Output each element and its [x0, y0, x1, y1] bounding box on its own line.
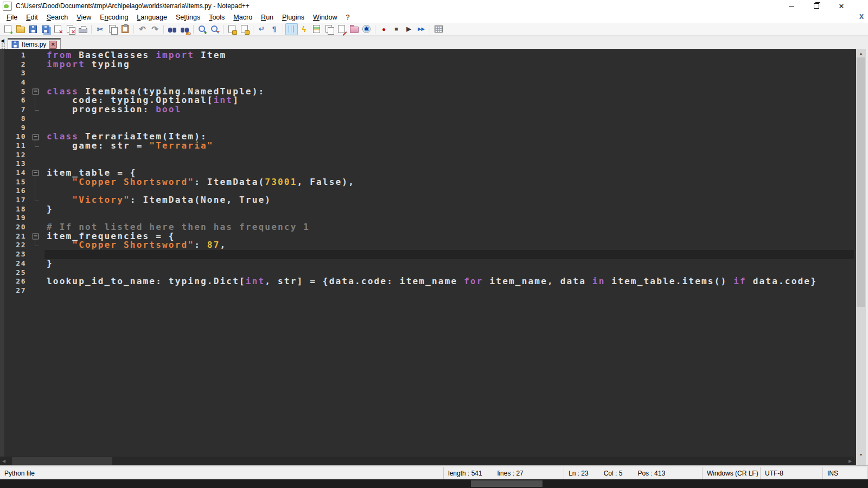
code-line-18[interactable]: 18} [4, 205, 854, 214]
sync-horizontal-scrolling-button[interactable] [238, 23, 251, 35]
code-text[interactable]: } [44, 205, 854, 214]
macro-save-button[interactable] [432, 23, 445, 35]
code-line-15[interactable]: 15 "Copper Shortsword": ItemData(73001, … [4, 178, 854, 187]
code-text[interactable] [44, 69, 854, 78]
fold-collapse-icon[interactable] [33, 134, 39, 140]
code-line-8[interactable]: 8 [4, 114, 854, 124]
code-text[interactable] [44, 151, 854, 160]
code-line-7[interactable]: 7 progression: bool [4, 105, 854, 114]
paste-button[interactable] [119, 23, 131, 35]
code-text[interactable]: "Copper Shortsword": 87, [44, 241, 854, 250]
code-text[interactable] [44, 159, 854, 169]
macro-stop-button[interactable]: ■ [390, 23, 403, 35]
menu-language[interactable]: Language [132, 12, 171, 22]
code-line-23[interactable]: 23 [4, 250, 854, 259]
code-text[interactable]: game: str = "Terraria" [44, 142, 854, 151]
code-line-17[interactable]: 17 "Victory": ItemData(None, True) [4, 196, 854, 205]
find-button[interactable] [166, 23, 178, 35]
minimize-button[interactable] [779, 0, 804, 12]
new-file-button[interactable]: + [2, 23, 14, 35]
fold-margin-start[interactable] [28, 232, 44, 241]
code-text[interactable]: from BaseClasses import Item [44, 51, 854, 60]
macro-record-button[interactable]: ● [378, 23, 390, 35]
ab-badge-icon: ab [186, 31, 191, 36]
indent-guide-button[interactable] [285, 23, 298, 35]
print-button[interactable] [76, 23, 89, 35]
code-line-24[interactable]: 24} [4, 259, 854, 268]
code-text[interactable]: lookup_id_to_name: typing.Dict[int, str]… [44, 277, 854, 286]
code-text[interactable]: } [44, 259, 854, 268]
copy-button[interactable] [106, 23, 119, 35]
code-line-12[interactable]: 12 [4, 151, 854, 160]
open-file-button[interactable] [14, 23, 27, 35]
macro-run-multiple-button[interactable]: ▶▶ [415, 23, 427, 35]
close-all-button[interactable]: ✕ [64, 23, 76, 35]
code-line-1[interactable]: 1from BaseClasses import Item [4, 51, 854, 60]
scroll-left-icon[interactable]: ◀ [0, 457, 8, 465]
code-line-3[interactable]: 3 [4, 69, 854, 78]
define-language-button[interactable] [335, 23, 348, 35]
undo-button[interactable]: ↶ [136, 23, 149, 35]
document-close-icon[interactable]: X [859, 13, 864, 21]
restore-button[interactable] [804, 0, 829, 12]
macro-playback-button[interactable]: ▶ [403, 23, 415, 35]
scroll-up-icon[interactable]: ▲ [856, 49, 866, 57]
word-wrap-button[interactable]: ↵ [256, 23, 268, 35]
code-text[interactable] [44, 286, 854, 296]
fold-margin-start[interactable] [28, 169, 44, 178]
save-file-button[interactable] [27, 23, 39, 35]
save-all-button[interactable] [39, 23, 52, 35]
document-map-button[interactable] [310, 23, 323, 35]
menu-[interactable]: ? [342, 12, 354, 22]
fold-collapse-icon[interactable] [33, 234, 39, 240]
cut-button[interactable]: ✂ [94, 23, 106, 35]
code-text[interactable]: "Copper Shortsword": ItemData(73001, Fal… [44, 178, 854, 187]
fold-collapse-icon[interactable] [33, 170, 39, 176]
vertical-scrollbar-thumb[interactable] [857, 57, 865, 307]
fold-margin-start[interactable] [28, 132, 44, 142]
show-all-characters-button[interactable]: ¶ [268, 23, 280, 35]
folder-as-workspace-button[interactable] [348, 23, 360, 35]
function-list-button[interactable]: ϟ [298, 23, 310, 35]
fold-collapse-icon[interactable] [33, 89, 39, 95]
zoom-out-button[interactable]: − [208, 23, 221, 35]
menu-search[interactable]: Search [42, 12, 73, 22]
code-text[interactable] [44, 114, 854, 124]
replace-button[interactable]: ab [178, 23, 191, 35]
menu-plugins[interactable]: Plugins [278, 12, 309, 22]
redo-button[interactable]: ↷ [149, 23, 161, 35]
tab-items-py[interactable]: Items.py ✕ [8, 38, 61, 49]
code-text[interactable]: "Victory": ItemData(None, True) [44, 196, 854, 205]
menu-encoding[interactable]: Encoding [95, 12, 132, 22]
vertical-scrollbar[interactable]: ▲ ▼ [856, 49, 866, 459]
horizontal-scrollbar[interactable]: ◀ ▶ [0, 457, 854, 465]
code-line-11[interactable]: 11 game: str = "Terraria" [4, 142, 854, 151]
menu-edit[interactable]: Edit [22, 12, 42, 22]
menu-macro[interactable]: Macro [229, 12, 257, 22]
code-line-22[interactable]: 22 "Copper Shortsword": 87, [4, 241, 854, 250]
code-line-2[interactable]: 2import typing [4, 60, 854, 69]
zoom-in-button[interactable]: + [196, 23, 208, 35]
fold-margin-start[interactable] [28, 87, 44, 97]
tab-close-icon[interactable]: ✕ [49, 41, 57, 49]
scroll-right-icon[interactable]: ▶ [846, 457, 854, 465]
code-line-26[interactable]: 26lookup_id_to_name: typing.Dict[int, st… [4, 277, 854, 286]
menu-run[interactable]: Run [257, 12, 278, 22]
menu-window[interactable]: Window [309, 12, 341, 22]
monitoring-button[interactable] [360, 23, 373, 35]
code-text[interactable] [44, 250, 854, 259]
document-list-button[interactable] [323, 23, 335, 35]
menu-tools[interactable]: Tools [205, 12, 229, 22]
horizontal-scrollbar-thumb[interactable] [12, 457, 112, 465]
menu-file[interactable]: File [2, 12, 22, 22]
code-text[interactable]: progression: bool [44, 105, 854, 114]
sync-vertical-scrolling-button[interactable] [226, 23, 238, 35]
menu-settings[interactable]: Settings [171, 12, 205, 22]
code-line-27[interactable]: 27 [4, 286, 854, 296]
code-text[interactable]: import typing [44, 60, 854, 69]
scroll-down-icon[interactable]: ▼ [856, 450, 866, 459]
menu-view[interactable]: View [72, 12, 95, 22]
code-view[interactable]: 1from BaseClasses import Item2import typ… [4, 49, 854, 457]
close-button[interactable]: ✕ [829, 0, 854, 12]
close-file-button[interactable]: ✕ [52, 23, 64, 35]
